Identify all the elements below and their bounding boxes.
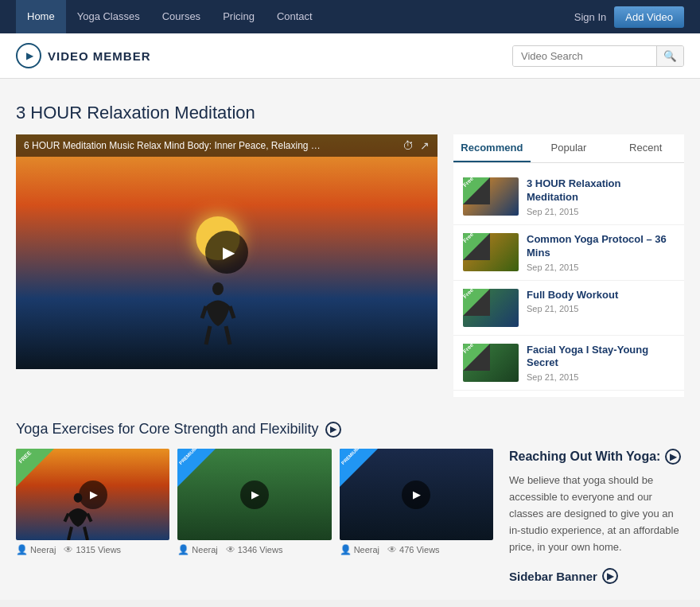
eye-icon-3: 👁 [387, 544, 397, 555]
video-card-3: PREMIUM 👤 Neeraj 👁 476 Views [340, 449, 493, 584]
main-video-title: 3 HOUR Relaxation Meditation [16, 103, 684, 123]
sidebar-tabs: Recommend Popular Recent [453, 134, 684, 163]
sidebar-item-date-1: Sep 21, 2015 [527, 207, 675, 216]
video-bar: 6 HOUR Meditation Music Relax Mind Body:… [16, 134, 438, 157]
sidebar-item-title-4: Facial Yoga I Stay-Young Secret [527, 344, 675, 371]
card-meta-2: 👤 Neeraj 👁 1346 Views [177, 544, 331, 555]
video-cards: FREE [16, 449, 493, 584]
reaching-arrow-icon[interactable]: ▶ [665, 449, 681, 465]
card-badge-free-1 [16, 449, 54, 487]
bottom-section: Yoga Exercises for Core Strength and Fle… [16, 421, 684, 584]
search-input[interactable] [513, 46, 656, 66]
card-author-2: 👤 Neeraj [177, 544, 217, 555]
card-play-2[interactable] [240, 481, 269, 509]
content-wrapper: 3 HOUR Relaxation Meditation [16, 103, 684, 584]
sidebar-item-date-2: Sep 21, 2015 [527, 263, 675, 272]
sidebar-item-title-2: Common Yoga Protocol – 36 Mins [527, 233, 675, 260]
sidebar-item-info-4: Facial Yoga I Stay-Young Secret Sep 21, … [527, 344, 675, 383]
person-icon-3: 👤 [340, 544, 352, 555]
card-silhouette-1 [62, 492, 94, 540]
logo-text: VIDEO MEMBER [48, 49, 151, 63]
right-sidebar: Reaching Out With Yoga: ▶ We believe tha… [509, 449, 684, 584]
video-bar-icons: ⏱ ↗ [402, 139, 430, 152]
main-content: 3 HOUR Relaxation Meditation [0, 79, 700, 600]
sidebar-thumb-1: Free [463, 177, 519, 216]
bottom-row: FREE [16, 449, 684, 584]
share-icon[interactable]: ↗ [420, 139, 430, 152]
nav-links: Home Yoga Classes Courses Pricing Contac… [16, 0, 324, 33]
nav-pricing[interactable]: Pricing [212, 0, 266, 33]
video-bar-title: 6 HOUR Meditation Music Relax Mind Body:… [24, 140, 326, 151]
tab-recent[interactable]: Recent [607, 134, 684, 162]
card-author-name-3: Neeraj [354, 545, 379, 554]
nav-contact[interactable]: Contact [266, 0, 324, 33]
sidebar-items: Free 3 HOUR Relaxation Meditation Sep 21… [453, 163, 684, 397]
sign-in-link[interactable]: Sign In [574, 11, 606, 23]
sidebar-banner[interactable]: Sidebar Banner ▶ [509, 568, 684, 584]
reaching-header: Reaching Out With Yoga: ▶ [509, 449, 684, 465]
section-header: Yoga Exercises for Core Strength and Fle… [16, 421, 684, 438]
person-icon-2: 👤 [177, 544, 189, 555]
video-play-button[interactable] [205, 231, 248, 274]
sidebar-item-date-4: Sep 21, 2015 [527, 372, 675, 382]
nav-courses[interactable]: Courses [151, 0, 212, 33]
card-views-1: 👁 1315 Views [64, 544, 121, 555]
sidebar-item-3[interactable]: Free Full Body Workout Sep 21, 2015 [453, 281, 684, 336]
svg-point-0 [212, 282, 224, 295]
sidebar-item-title-1: 3 HOUR Relaxation Meditation [527, 177, 675, 204]
nav-right: Sign In Add Video [574, 6, 684, 28]
tab-recommend[interactable]: Recommend [453, 134, 531, 162]
video-player[interactable]: 6 HOUR Meditation Music Relax Mind Body:… [16, 134, 438, 369]
card-author-1: 👤 Neeraj [16, 544, 56, 555]
logo: VIDEO MEMBER [16, 43, 151, 68]
logo-icon [16, 43, 41, 68]
sidebar-thumb-3: Free [463, 289, 519, 327]
search-button[interactable]: 🔍 [656, 46, 683, 66]
eye-icon-1: 👁 [64, 544, 73, 555]
sidebar-item-title-3: Full Body Workout [527, 289, 675, 302]
card-views-count-1: 1315 Views [76, 545, 121, 554]
card-views-2: 👁 1346 Views [226, 544, 283, 555]
sidebar-item-info-2: Common Yoga Protocol – 36 Mins Sep 21, 2… [527, 233, 675, 272]
add-video-button[interactable]: Add Video [614, 6, 684, 28]
sidebar-banner-label: Sidebar Banner [509, 570, 597, 583]
site-header: VIDEO MEMBER 🔍 [0, 33, 700, 79]
sidebar-thumb-2: Free [463, 233, 519, 271]
sidebar-item-date-3: Sep 21, 2015 [527, 304, 675, 313]
tab-popular[interactable]: Popular [531, 134, 608, 162]
card-views-count-2: 1346 Views [238, 545, 283, 554]
eye-icon-2: 👁 [226, 544, 235, 555]
card-thumb-2[interactable]: PREMIUM [177, 449, 331, 540]
svg-point-1 [74, 493, 83, 503]
card-author-name-1: Neeraj [30, 545, 56, 554]
video-card-1: FREE [16, 449, 169, 584]
nav-yoga-classes[interactable]: Yoga Classes [66, 0, 151, 33]
sidebar-item-info-3: Full Body Workout Sep 21, 2015 [527, 289, 675, 314]
section-arrow-icon[interactable]: ▶ [325, 422, 341, 438]
section-title: Yoga Exercises for Core Strength and Fle… [16, 421, 319, 438]
reaching-text: We believe that yoga should be accessibl… [509, 473, 684, 555]
reaching-title: Reaching Out With Yoga: [509, 449, 660, 464]
banner-arrow-icon[interactable]: ▶ [602, 568, 618, 584]
sidebar-thumb-4: Free [463, 344, 519, 382]
nav-bar: Home Yoga Classes Courses Pricing Contac… [0, 0, 700, 33]
card-views-count-3: 476 Views [399, 545, 440, 554]
video-main: 6 HOUR Meditation Music Relax Mind Body:… [16, 134, 438, 397]
card-thumb-3[interactable]: PREMIUM [340, 449, 493, 540]
card-author-name-2: Neeraj [192, 545, 217, 554]
sidebar-item-info-1: 3 HOUR Relaxation Meditation Sep 21, 201… [527, 177, 675, 216]
sidebar-item-4[interactable]: Free Facial Yoga I Stay-Young Secret Sep… [453, 336, 684, 391]
card-play-3[interactable] [402, 481, 430, 509]
card-meta-3: 👤 Neeraj 👁 476 Views [340, 544, 493, 555]
card-author-3: 👤 Neeraj [340, 544, 379, 555]
nav-home[interactable]: Home [16, 0, 66, 33]
recommend-sidebar: Recommend Popular Recent Free [453, 134, 684, 397]
card-badge-premium-3 [340, 449, 378, 487]
sidebar-item[interactable]: Free 3 HOUR Relaxation Meditation Sep 21… [453, 169, 684, 225]
search-box: 🔍 [512, 45, 684, 67]
sidebar-item-2[interactable]: Free Common Yoga Protocol – 36 Mins Sep … [453, 225, 684, 281]
card-thumb-1[interactable]: FREE [16, 449, 169, 540]
person-icon-1: 👤 [16, 544, 28, 555]
video-row: 6 HOUR Meditation Music Relax Mind Body:… [16, 134, 684, 397]
card-meta-1: 👤 Neeraj 👁 1315 Views [16, 544, 169, 555]
